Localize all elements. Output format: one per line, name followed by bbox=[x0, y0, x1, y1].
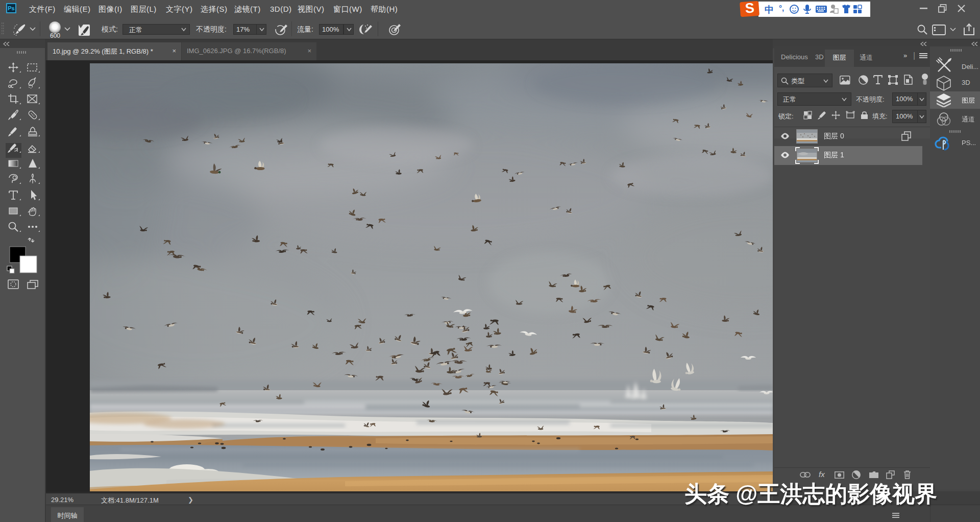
svg-text:°,: °, bbox=[779, 4, 784, 12]
svg-text:中: 中 bbox=[765, 5, 774, 15]
